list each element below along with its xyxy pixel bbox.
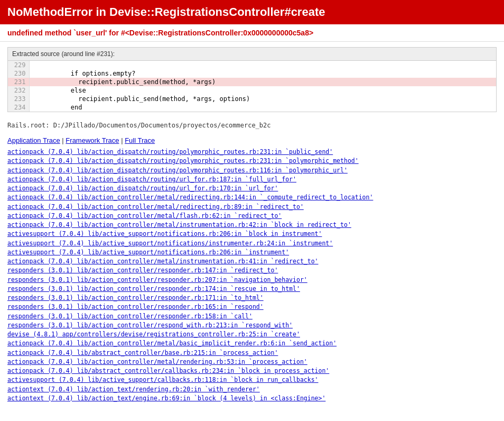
line-number: 233 xyxy=(8,95,29,103)
trace-item[interactable]: actionpack (7.0.4) lib/abstract_controll… xyxy=(7,367,497,376)
rails-root: Rails.root: D:/JPillado/Documentos/Docum… xyxy=(0,117,504,133)
error-header: NoMethodError in Devise::RegistrationsCo… xyxy=(0,0,504,24)
line-code xyxy=(29,61,496,69)
line-number: 231 xyxy=(8,78,29,86)
error-subheader: undefined method `user_url' for #<Devise… xyxy=(0,24,504,42)
trace-item[interactable]: actionpack (7.0.4) lib/action_dispatch/r… xyxy=(7,166,497,175)
trace-item[interactable]: activesupport (7.0.4) lib/active_support… xyxy=(7,376,497,385)
trace-item[interactable]: responders (3.0.1) lib/action_controller… xyxy=(7,303,497,312)
trace-section: Application Trace | Framework Trace | Fu… xyxy=(0,133,504,405)
trace-item[interactable]: actionpack (7.0.4) lib/action_controller… xyxy=(7,212,497,221)
line-code: end xyxy=(29,103,496,112)
line-number: 232 xyxy=(8,86,29,95)
trace-item[interactable]: activesupport (7.0.4) lib/active_support… xyxy=(7,230,497,239)
trace-item[interactable]: actionpack (7.0.4) lib/action_controller… xyxy=(7,257,497,266)
line-code: recipient.public_send(method, *args, opt… xyxy=(29,95,496,103)
framework-trace-link[interactable]: Framework Trace xyxy=(66,136,119,144)
code-line: 231 recipient.public_send(method, *args) xyxy=(8,78,496,86)
line-code: else xyxy=(29,86,496,95)
trace-item[interactable]: activesupport (7.0.4) lib/active_support… xyxy=(7,239,497,248)
trace-list: actionpack (7.0.4) lib/action_dispatch/r… xyxy=(7,148,497,403)
full-trace-link[interactable]: Full Trace xyxy=(125,136,155,144)
code-line: 234 end xyxy=(8,103,496,112)
line-code: if options.empty? xyxy=(29,69,496,78)
code-line: 232 else xyxy=(8,86,496,95)
source-title: Extracted source (around line #231): xyxy=(8,48,496,61)
trace-item[interactable]: actionpack (7.0.4) lib/abstract_controll… xyxy=(7,349,497,358)
code-line: 230 if options.empty? xyxy=(8,69,496,78)
trace-item[interactable]: responders (3.0.1) lib/action_controller… xyxy=(7,321,497,330)
error-message: undefined method `user_url' for #<Devise… xyxy=(7,29,313,37)
trace-item[interactable]: actionpack (7.0.4) lib/action_dispatch/r… xyxy=(7,184,497,193)
trace-item[interactable]: actionpack (7.0.4) lib/action_dispatch/r… xyxy=(7,148,497,157)
trace-item[interactable]: actionpack (7.0.4) lib/action_controller… xyxy=(7,203,497,212)
trace-item[interactable]: activesupport (7.0.4) lib/active_support… xyxy=(7,248,497,257)
trace-item[interactable]: responders (3.0.1) lib/action_controller… xyxy=(7,285,497,294)
trace-links: Application Trace | Framework Trace | Fu… xyxy=(7,136,497,144)
trace-item[interactable]: actionpack (7.0.4) lib/action_controller… xyxy=(7,221,497,230)
trace-item[interactable]: actionpack (7.0.4) lib/action_dispatch/r… xyxy=(7,175,497,184)
line-code: recipient.public_send(method, *args) xyxy=(29,78,496,86)
trace-item[interactable]: devise (4.8.1) app/controllers/devise/re… xyxy=(7,330,497,339)
trace-item[interactable]: responders (3.0.1) lib/action_controller… xyxy=(7,266,497,275)
line-number: 229 xyxy=(8,61,29,69)
error-title: NoMethodError in Devise::RegistrationsCo… xyxy=(7,5,497,19)
line-number: 230 xyxy=(8,69,29,78)
source-section: Extracted source (around line #231): 229… xyxy=(7,47,497,112)
code-line: 229 xyxy=(8,61,496,69)
trace-item[interactable]: actiontext (7.0.4) lib/action_text/rende… xyxy=(7,385,497,394)
trace-item[interactable]: responders (3.0.1) lib/action_controller… xyxy=(7,276,497,285)
application-trace-link[interactable]: Application Trace xyxy=(7,136,60,144)
trace-item[interactable]: actiontext (7.0.4) lib/action_text/engin… xyxy=(7,394,497,403)
trace-item[interactable]: actionpack (7.0.4) lib/action_controller… xyxy=(7,358,497,367)
line-number: 234 xyxy=(8,103,29,112)
trace-item[interactable]: actionpack (7.0.4) lib/action_controller… xyxy=(7,193,497,202)
trace-item[interactable]: actionpack (7.0.4) lib/action_controller… xyxy=(7,339,497,348)
code-table: 229230 if options.empty?231 recipient.pu… xyxy=(8,61,496,112)
trace-item[interactable]: actionpack (7.0.4) lib/action_dispatch/r… xyxy=(7,157,497,166)
trace-item[interactable]: responders (3.0.1) lib/action_controller… xyxy=(7,294,497,303)
trace-item[interactable]: responders (3.0.1) lib/action_controller… xyxy=(7,312,497,321)
code-line: 233 recipient.public_send(method, *args,… xyxy=(8,95,496,103)
